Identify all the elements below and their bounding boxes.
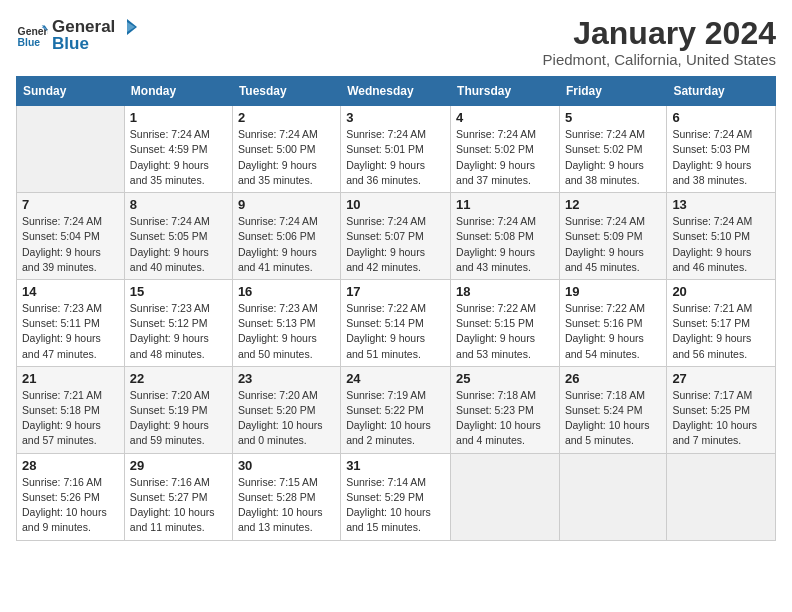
calendar-cell: 14Sunrise: 7:23 AMSunset: 5:11 PMDayligh… [17,279,125,366]
day-number: 22 [130,371,227,386]
calendar-cell: 19Sunrise: 7:22 AMSunset: 5:16 PMDayligh… [559,279,666,366]
day-info: Sunrise: 7:16 AMSunset: 5:26 PMDaylight:… [22,475,119,536]
calendar-cell [451,453,560,540]
calendar-title: January 2024 [543,16,776,51]
day-info: Sunrise: 7:14 AMSunset: 5:29 PMDaylight:… [346,475,445,536]
header-tuesday: Tuesday [232,77,340,106]
calendar-cell: 31Sunrise: 7:14 AMSunset: 5:29 PMDayligh… [341,453,451,540]
day-number: 5 [565,110,661,125]
day-info: Sunrise: 7:24 AMSunset: 5:06 PMDaylight:… [238,214,335,275]
calendar-cell: 25Sunrise: 7:18 AMSunset: 5:23 PMDayligh… [451,366,560,453]
svg-text:Blue: Blue [18,37,41,48]
day-info: Sunrise: 7:23 AMSunset: 5:11 PMDaylight:… [22,301,119,362]
day-number: 19 [565,284,661,299]
header-thursday: Thursday [451,77,560,106]
day-info: Sunrise: 7:15 AMSunset: 5:28 PMDaylight:… [238,475,335,536]
calendar-cell: 20Sunrise: 7:21 AMSunset: 5:17 PMDayligh… [667,279,776,366]
day-number: 17 [346,284,445,299]
calendar-cell: 11Sunrise: 7:24 AMSunset: 5:08 PMDayligh… [451,193,560,280]
day-number: 16 [238,284,335,299]
day-info: Sunrise: 7:24 AMSunset: 5:02 PMDaylight:… [456,127,554,188]
day-info: Sunrise: 7:18 AMSunset: 5:23 PMDaylight:… [456,388,554,449]
day-number: 25 [456,371,554,386]
day-number: 20 [672,284,770,299]
day-info: Sunrise: 7:24 AMSunset: 5:00 PMDaylight:… [238,127,335,188]
day-info: Sunrise: 7:23 AMSunset: 5:12 PMDaylight:… [130,301,227,362]
calendar-table: SundayMondayTuesdayWednesdayThursdayFrid… [16,76,776,540]
day-info: Sunrise: 7:16 AMSunset: 5:27 PMDaylight:… [130,475,227,536]
calendar-cell: 16Sunrise: 7:23 AMSunset: 5:13 PMDayligh… [232,279,340,366]
calendar-cell: 26Sunrise: 7:18 AMSunset: 5:24 PMDayligh… [559,366,666,453]
calendar-cell [17,106,125,193]
day-number: 18 [456,284,554,299]
calendar-cell: 18Sunrise: 7:22 AMSunset: 5:15 PMDayligh… [451,279,560,366]
calendar-cell: 24Sunrise: 7:19 AMSunset: 5:22 PMDayligh… [341,366,451,453]
calendar-cell: 7Sunrise: 7:24 AMSunset: 5:04 PMDaylight… [17,193,125,280]
calendar-cell: 6Sunrise: 7:24 AMSunset: 5:03 PMDaylight… [667,106,776,193]
day-number: 13 [672,197,770,212]
day-info: Sunrise: 7:23 AMSunset: 5:13 PMDaylight:… [238,301,335,362]
calendar-header-row: SundayMondayTuesdayWednesdayThursdayFrid… [17,77,776,106]
day-info: Sunrise: 7:21 AMSunset: 5:17 PMDaylight:… [672,301,770,362]
day-number: 27 [672,371,770,386]
calendar-cell: 9Sunrise: 7:24 AMSunset: 5:06 PMDaylight… [232,193,340,280]
day-info: Sunrise: 7:17 AMSunset: 5:25 PMDaylight:… [672,388,770,449]
day-info: Sunrise: 7:22 AMSunset: 5:15 PMDaylight:… [456,301,554,362]
day-number: 11 [456,197,554,212]
logo: General Blue General Blue [16,16,139,54]
day-info: Sunrise: 7:20 AMSunset: 5:20 PMDaylight:… [238,388,335,449]
day-info: Sunrise: 7:24 AMSunset: 5:04 PMDaylight:… [22,214,119,275]
day-number: 14 [22,284,119,299]
week-row-4: 21Sunrise: 7:21 AMSunset: 5:18 PMDayligh… [17,366,776,453]
calendar-cell: 28Sunrise: 7:16 AMSunset: 5:26 PMDayligh… [17,453,125,540]
calendar-cell: 29Sunrise: 7:16 AMSunset: 5:27 PMDayligh… [124,453,232,540]
day-number: 2 [238,110,335,125]
day-number: 4 [456,110,554,125]
week-row-2: 7Sunrise: 7:24 AMSunset: 5:04 PMDaylight… [17,193,776,280]
day-info: Sunrise: 7:24 AMSunset: 5:07 PMDaylight:… [346,214,445,275]
calendar-cell [667,453,776,540]
calendar-cell: 13Sunrise: 7:24 AMSunset: 5:10 PMDayligh… [667,193,776,280]
day-number: 29 [130,458,227,473]
day-info: Sunrise: 7:24 AMSunset: 5:09 PMDaylight:… [565,214,661,275]
day-number: 3 [346,110,445,125]
day-info: Sunrise: 7:24 AMSunset: 5:10 PMDaylight:… [672,214,770,275]
day-number: 28 [22,458,119,473]
day-info: Sunrise: 7:24 AMSunset: 5:02 PMDaylight:… [565,127,661,188]
calendar-cell: 21Sunrise: 7:21 AMSunset: 5:18 PMDayligh… [17,366,125,453]
calendar-cell: 27Sunrise: 7:17 AMSunset: 5:25 PMDayligh… [667,366,776,453]
day-info: Sunrise: 7:21 AMSunset: 5:18 PMDaylight:… [22,388,119,449]
day-info: Sunrise: 7:22 AMSunset: 5:16 PMDaylight:… [565,301,661,362]
day-info: Sunrise: 7:24 AMSunset: 4:59 PMDaylight:… [130,127,227,188]
day-number: 30 [238,458,335,473]
calendar-subtitle: Piedmont, California, United States [543,51,776,68]
page-header: General Blue General Blue January 2024 P… [16,16,776,68]
calendar-cell: 23Sunrise: 7:20 AMSunset: 5:20 PMDayligh… [232,366,340,453]
day-number: 8 [130,197,227,212]
week-row-5: 28Sunrise: 7:16 AMSunset: 5:26 PMDayligh… [17,453,776,540]
day-number: 23 [238,371,335,386]
day-number: 24 [346,371,445,386]
day-info: Sunrise: 7:24 AMSunset: 5:01 PMDaylight:… [346,127,445,188]
day-number: 1 [130,110,227,125]
logo-chevron-icon [117,16,139,38]
day-number: 26 [565,371,661,386]
header-wednesday: Wednesday [341,77,451,106]
calendar-cell: 8Sunrise: 7:24 AMSunset: 5:05 PMDaylight… [124,193,232,280]
day-number: 15 [130,284,227,299]
calendar-cell: 2Sunrise: 7:24 AMSunset: 5:00 PMDaylight… [232,106,340,193]
day-number: 7 [22,197,119,212]
day-info: Sunrise: 7:19 AMSunset: 5:22 PMDaylight:… [346,388,445,449]
week-row-3: 14Sunrise: 7:23 AMSunset: 5:11 PMDayligh… [17,279,776,366]
header-sunday: Sunday [17,77,125,106]
calendar-cell: 15Sunrise: 7:23 AMSunset: 5:12 PMDayligh… [124,279,232,366]
day-number: 6 [672,110,770,125]
calendar-cell: 5Sunrise: 7:24 AMSunset: 5:02 PMDaylight… [559,106,666,193]
calendar-cell: 4Sunrise: 7:24 AMSunset: 5:02 PMDaylight… [451,106,560,193]
day-info: Sunrise: 7:18 AMSunset: 5:24 PMDaylight:… [565,388,661,449]
calendar-cell: 12Sunrise: 7:24 AMSunset: 5:09 PMDayligh… [559,193,666,280]
header-monday: Monday [124,77,232,106]
week-row-1: 1Sunrise: 7:24 AMSunset: 4:59 PMDaylight… [17,106,776,193]
calendar-cell: 17Sunrise: 7:22 AMSunset: 5:14 PMDayligh… [341,279,451,366]
calendar-cell: 10Sunrise: 7:24 AMSunset: 5:07 PMDayligh… [341,193,451,280]
